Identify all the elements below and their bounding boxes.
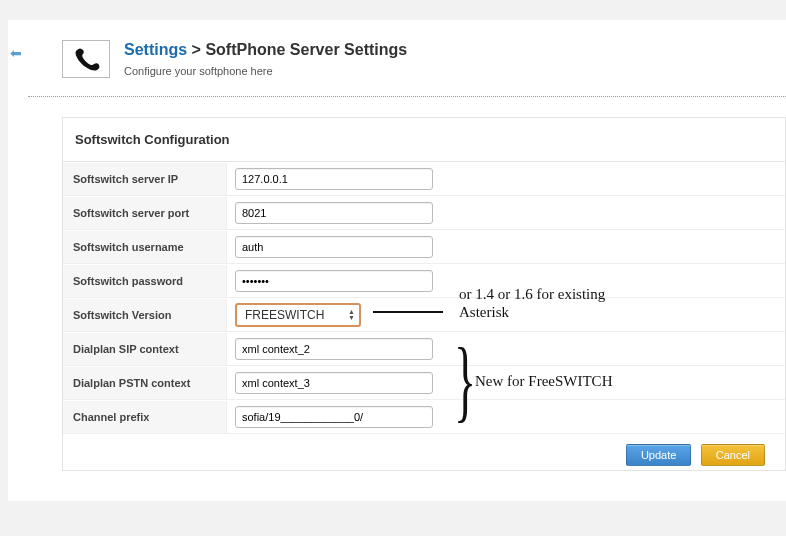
label-channel-prefix: Channel prefix <box>63 401 227 433</box>
breadcrumb: Settings > SoftPhone Server Settings <box>124 40 407 61</box>
cancel-button[interactable]: Cancel <box>701 444 765 466</box>
input-sip-context[interactable] <box>235 338 433 360</box>
input-server-port[interactable] <box>235 202 433 224</box>
label-version: Softswitch Version <box>63 299 227 331</box>
input-server-ip[interactable] <box>235 168 433 190</box>
label-server-port: Softswitch server port <box>63 197 227 229</box>
update-button[interactable]: Update <box>626 444 691 466</box>
annotation-line <box>373 311 443 313</box>
breadcrumb-root-link[interactable]: Settings <box>124 41 187 58</box>
page-title: SoftPhone Server Settings <box>205 41 407 58</box>
input-pstn-context[interactable] <box>235 372 433 394</box>
label-pstn-context: Dialplan PSTN context <box>63 367 227 399</box>
annotation-asterisk: or 1.4 or 1.6 for existing Asterisk <box>459 285 629 323</box>
phone-icon <box>62 40 110 78</box>
label-username: Softswitch username <box>63 231 227 263</box>
annotation-freeswitch: New for FreeSWITCH <box>475 372 612 391</box>
divider <box>28 96 786 97</box>
label-server-ip: Softswitch server IP <box>63 163 227 195</box>
input-channel-prefix[interactable] <box>235 406 433 428</box>
chevron-updown-icon: ▲▼ <box>348 309 355 321</box>
label-password: Softswitch password <box>63 265 227 297</box>
input-username[interactable] <box>235 236 433 258</box>
label-sip-context: Dialplan SIP context <box>63 333 227 365</box>
select-version-value: FREESWITCH <box>245 308 324 322</box>
breadcrumb-sep: > <box>192 41 201 58</box>
panel-title: Softswitch Configuration <box>63 118 785 162</box>
select-version[interactable]: FREESWITCH ▲▼ <box>235 303 361 327</box>
page-subhead: Configure your softphone here <box>124 65 407 77</box>
back-arrow-icon[interactable]: ⬅ <box>10 45 22 61</box>
input-password[interactable] <box>235 270 433 292</box>
config-panel: Softswitch Configuration Softswitch serv… <box>62 117 786 471</box>
